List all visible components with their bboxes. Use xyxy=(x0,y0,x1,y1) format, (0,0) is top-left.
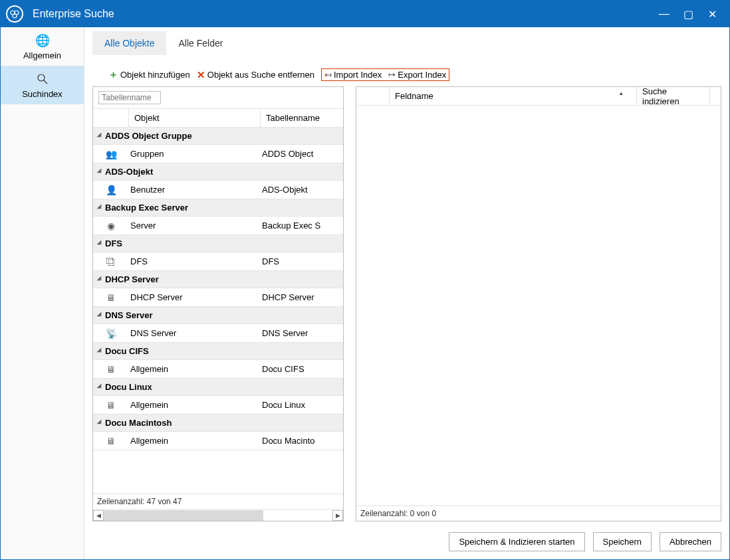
table-row[interactable]: 📡DNS ServerDNS Server xyxy=(93,324,343,343)
header-fieldname-column[interactable]: Feldname ▴ xyxy=(390,87,637,105)
sort-ascending-icon: ▴ xyxy=(620,90,623,96)
toolbar: ＋ Objekt hinzufügen ✕ Objekt aus Suche e… xyxy=(92,56,721,86)
minimize-button[interactable]: — xyxy=(652,2,676,26)
group-header[interactable]: Docu CIFS xyxy=(93,343,343,360)
button-label: Objekt hinzufügen xyxy=(120,70,190,80)
header-index-column[interactable]: Suche indizieren xyxy=(637,87,710,105)
arrow-right-icon: ↦ xyxy=(388,70,396,80)
cell-object: Server xyxy=(129,221,261,231)
row-count-label: Zeilenanzahl: 0 von 0 xyxy=(356,506,721,521)
cell-tablename: DNS Server xyxy=(261,328,343,338)
search-icon xyxy=(35,72,50,86)
sidebar-item-label: Allgemein xyxy=(23,50,61,60)
header-label: Feldname xyxy=(395,91,433,101)
highlighted-actions: ↤ Import Index ↦ Export Index xyxy=(321,68,449,81)
svg-point-2 xyxy=(13,14,17,18)
group-header[interactable]: Docu Linux xyxy=(93,379,343,396)
table-row[interactable]: 🖥AllgemeinDocu Linux xyxy=(93,396,343,415)
cell-object: Allgemein xyxy=(129,400,261,410)
row-icon: ⿻ xyxy=(93,256,129,267)
horizontal-scrollbar[interactable]: ◀ ▶ xyxy=(93,509,343,521)
table-row[interactable]: ⿻DFSDFS xyxy=(93,252,343,271)
cancel-button[interactable]: Abbrechen xyxy=(660,532,721,551)
group-header[interactable]: ADS-Objekt xyxy=(93,163,343,181)
group-header[interactable]: ADDS Object Gruppe xyxy=(93,128,343,145)
header-object-column[interactable]: Objekt xyxy=(129,109,261,127)
scroll-track[interactable] xyxy=(104,510,332,521)
group-header[interactable]: DHCP Server xyxy=(93,271,343,288)
header-tablename-column[interactable]: Tabellenname xyxy=(261,109,343,127)
cell-tablename: DHCP Server xyxy=(261,292,343,302)
svg-line-4 xyxy=(44,80,47,84)
cell-object: Allgemein xyxy=(129,436,261,446)
cell-tablename: ADS-Objekt xyxy=(261,185,343,195)
save-and-index-button[interactable]: Speichern & Indizieren starten xyxy=(449,532,584,551)
svg-point-3 xyxy=(38,74,45,81)
sidebar-item-allgemein[interactable]: 🌐 Allgemein xyxy=(1,27,84,66)
arrow-left-icon: ↤ xyxy=(324,70,332,80)
tab-bar: Alle Objekte Alle Felder xyxy=(92,30,721,56)
tab-alle-felder[interactable]: Alle Felder xyxy=(166,31,235,55)
row-icon: ◉ xyxy=(93,221,129,231)
app-logo-icon xyxy=(6,5,23,23)
cell-tablename: Docu CIFS xyxy=(261,364,343,374)
sidebar-item-suchindex[interactable]: Suchindex xyxy=(1,66,84,104)
globe-icon: 🌐 xyxy=(35,33,50,48)
x-icon: ✕ xyxy=(197,69,205,81)
table-row[interactable]: 🖥AllgemeinDocu CIFS xyxy=(93,360,343,379)
row-icon: 🖥 xyxy=(93,400,129,411)
row-icon: 🖥 xyxy=(93,292,129,303)
row-icon: 🖥 xyxy=(93,364,129,375)
grid-header: Objekt Tabellenname xyxy=(93,109,343,128)
add-object-button[interactable]: ＋ Objekt hinzufügen xyxy=(108,68,190,81)
group-header[interactable]: Backup Exec Server xyxy=(93,199,343,217)
row-icon: 📡 xyxy=(93,328,129,339)
objects-grid: Objekt Tabellenname ADDS Object Gruppe👥G… xyxy=(92,86,344,521)
table-row[interactable]: 🖥DHCP ServerDHCP Server xyxy=(93,288,343,307)
cell-tablename: Backup Exec S xyxy=(261,221,343,231)
table-row[interactable]: ◉ServerBackup Exec S xyxy=(93,217,343,235)
cell-object: DHCP Server xyxy=(129,292,261,302)
row-count-label: Zeilenanzahl: 47 von 47 xyxy=(93,494,343,509)
group-header[interactable]: DNS Server xyxy=(93,307,343,324)
header-icon-column[interactable] xyxy=(93,109,129,127)
group-header[interactable]: Docu Macintosh xyxy=(93,415,343,432)
sidebar: 🌐 Allgemein Suchindex xyxy=(1,27,84,559)
scroll-thumb[interactable] xyxy=(104,510,263,521)
maximize-button[interactable]: ▢ xyxy=(676,2,700,26)
cell-object: DNS Server xyxy=(129,328,261,338)
header-icon-column[interactable] xyxy=(356,87,390,105)
tablename-filter-input[interactable] xyxy=(98,91,161,104)
scroll-right-button[interactable]: ▶ xyxy=(332,510,343,521)
group-header[interactable]: DFS xyxy=(93,235,343,252)
sidebar-item-label: Suchindex xyxy=(22,89,62,99)
grid-body[interactable]: ADDS Object Gruppe👥GruppenADDS ObjectADS… xyxy=(93,128,343,494)
cell-object: Benutzer xyxy=(129,185,261,195)
grid-body[interactable] xyxy=(356,106,721,506)
table-row[interactable]: 🖥AllgemeinDocu Macinto xyxy=(93,432,343,450)
cell-tablename: DFS xyxy=(261,256,343,266)
cell-tablename: ADDS Object xyxy=(261,149,343,159)
close-button[interactable]: ✕ xyxy=(700,2,724,26)
table-row[interactable]: 👤BenutzerADS-Objekt xyxy=(93,181,343,199)
save-button[interactable]: Speichern xyxy=(593,532,652,551)
cell-tablename: Docu Macinto xyxy=(261,436,343,446)
titlebar: Enterprise Suche — ▢ ✕ xyxy=(1,1,729,27)
table-row[interactable]: 👥GruppenADDS Object xyxy=(93,145,343,163)
cell-tablename: Docu Linux xyxy=(261,400,343,410)
window-title: Enterprise Suche xyxy=(33,8,652,20)
export-index-button[interactable]: ↦ Export Index xyxy=(388,70,446,80)
scroll-left-button[interactable]: ◀ xyxy=(93,510,104,521)
cell-object: Allgemein xyxy=(129,364,261,374)
row-icon: 🖥 xyxy=(93,436,129,446)
button-label: Export Index xyxy=(398,70,446,80)
cell-object: Gruppen xyxy=(129,149,261,159)
cell-object: DFS xyxy=(129,256,261,266)
remove-object-button[interactable]: ✕ Objekt aus Suche entfernen xyxy=(197,69,314,81)
button-label: Objekt aus Suche entfernen xyxy=(207,70,314,80)
import-index-button[interactable]: ↤ Import Index xyxy=(324,70,382,80)
tab-alle-objekte[interactable]: Alle Objekte xyxy=(92,31,166,55)
plus-icon: ＋ xyxy=(108,68,118,81)
row-icon: 👤 xyxy=(93,185,129,195)
dialog-buttons: Speichern & Indizieren starten Speichern… xyxy=(92,521,721,551)
